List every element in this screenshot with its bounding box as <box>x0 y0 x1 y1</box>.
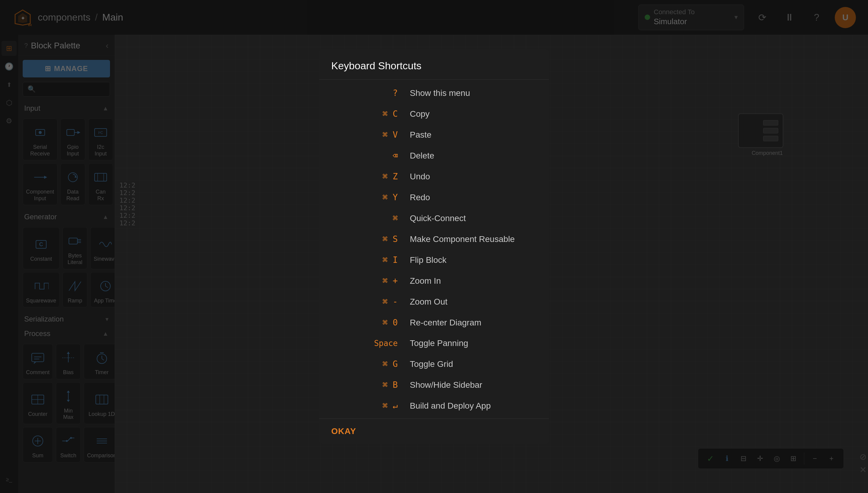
shortcut-desc-panning: Toggle Panning <box>410 339 531 348</box>
shortcut-key-build: ⌘ ↵ <box>337 401 398 411</box>
shortcut-key-delete: ⌫ <box>337 151 398 160</box>
shortcut-row-flip: ⌘ I Flip Block <box>319 250 549 271</box>
shortcut-row-grid: ⌘ G Toggle Grid <box>319 353 549 374</box>
shortcut-row-panning: Space Toggle Panning <box>319 333 549 353</box>
shortcut-desc-quick-connect: Quick-Connect <box>410 214 531 223</box>
shortcut-row-reusable: ⌘ S Make Component Reusable <box>319 229 549 250</box>
okay-button[interactable]: OKAY <box>331 426 356 436</box>
modal-header: Keyboard Shortcuts <box>319 49 549 80</box>
shortcut-desc-zoom-in: Zoom In <box>410 276 531 286</box>
shortcut-key-panning: Space <box>337 339 398 348</box>
shortcut-desc-redo: Redo <box>410 193 531 202</box>
shortcut-key-undo: ⌘ Z <box>337 171 398 181</box>
modal-body[interactable]: ? Show this menu ⌘ C Copy ⌘ V Paste ⌫ De… <box>319 80 549 419</box>
shortcut-key-sidebar: ⌘ B <box>337 380 398 390</box>
shortcut-desc-flip: Flip Block <box>410 255 531 265</box>
shortcut-key-flip: ⌘ I <box>337 255 398 265</box>
shortcut-key-redo: ⌘ Y <box>337 192 398 202</box>
shortcut-row-zoom-in: ⌘ + Zoom In <box>319 271 549 291</box>
shortcut-desc-reusable: Make Component Reusable <box>410 234 531 244</box>
shortcut-key-copy: ⌘ C <box>337 109 398 119</box>
shortcut-key-zoom-in: ⌘ + <box>337 276 398 286</box>
shortcut-row-quick-connect: ⌘ Quick-Connect <box>319 208 549 229</box>
shortcut-desc-copy: Copy <box>410 109 531 119</box>
shortcut-key-zoom-out: ⌘ - <box>337 297 398 307</box>
shortcut-desc-grid: Toggle Grid <box>410 359 531 369</box>
shortcut-row-show-menu: ? Show this menu <box>319 83 549 103</box>
keyboard-shortcuts-dialog: Keyboard Shortcuts ? Show this menu ⌘ C … <box>319 49 549 444</box>
shortcut-desc-build: Build and Deploy App <box>410 401 531 411</box>
shortcut-key-show-menu: ? <box>337 88 398 98</box>
shortcut-row-recenter: ⌘ 0 Re-center Diagram <box>319 312 549 333</box>
modal-overlay[interactable]: Keyboard Shortcuts ? Show this menu ⌘ C … <box>0 0 868 493</box>
shortcut-row-zoom-out: ⌘ - Zoom Out <box>319 291 549 312</box>
shortcut-row-start-stop: ⌘ Space Start/Stop App <box>319 416 549 419</box>
shortcut-desc-zoom-out: Zoom Out <box>410 297 531 307</box>
shortcut-desc-paste: Paste <box>410 130 531 140</box>
shortcut-key-quick-connect: ⌘ <box>337 213 398 223</box>
shortcut-row-delete: ⌫ Delete <box>319 145 549 166</box>
shortcut-desc-show-menu: Show this menu <box>410 88 531 98</box>
shortcut-row-sidebar: ⌘ B Show/Hide Sidebar <box>319 374 549 395</box>
shortcut-key-grid: ⌘ G <box>337 359 398 369</box>
shortcut-row-undo: ⌘ Z Undo <box>319 166 549 187</box>
shortcut-row-redo: ⌘ Y Redo <box>319 187 549 208</box>
shortcut-key-recenter: ⌘ 0 <box>337 318 398 327</box>
shortcut-row-paste: ⌘ V Paste <box>319 124 549 145</box>
shortcut-row-build: ⌘ ↵ Build and Deploy App <box>319 395 549 416</box>
shortcut-row-copy: ⌘ C Copy <box>319 103 549 124</box>
modal-footer: OKAY <box>319 419 549 444</box>
shortcut-key-reusable: ⌘ S <box>337 234 398 244</box>
shortcut-desc-delete: Delete <box>410 151 531 160</box>
shortcut-key-paste: ⌘ V <box>337 130 398 140</box>
shortcut-desc-undo: Undo <box>410 172 531 181</box>
shortcut-desc-sidebar: Show/Hide Sidebar <box>410 380 531 390</box>
modal-title: Keyboard Shortcuts <box>331 60 537 72</box>
shortcut-desc-recenter: Re-center Diagram <box>410 318 531 327</box>
